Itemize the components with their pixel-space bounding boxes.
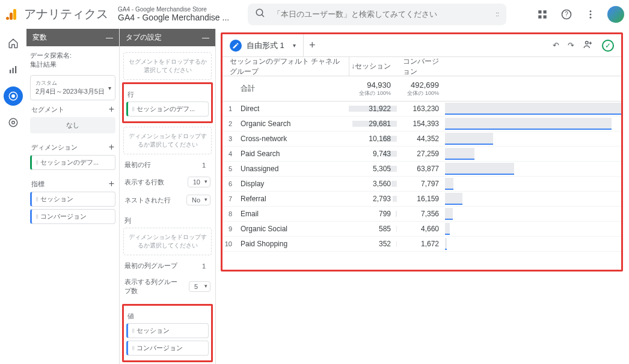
metric-conversion-chip[interactable]: ⁞⁞コンバージョン [30, 209, 115, 224]
start-col-value[interactable]: 1 [202, 262, 210, 270]
row-index: 3 [222, 135, 236, 142]
row-conv-bar [445, 177, 621, 191]
row-conversions: 27,259 [397, 150, 445, 158]
help-icon[interactable]: ? [559, 7, 574, 22]
value-session-chip[interactable]: ⁞⁞セッション [126, 323, 209, 338]
svg-rect-14 [10, 70, 11, 73]
tab-menu-icon[interactable]: ▾ [289, 42, 299, 49]
date-range-value: 2月4日～2023年3月5日 [35, 87, 105, 96]
total-conversions: 492,699 全体の 100% [397, 80, 445, 97]
table-row[interactable]: 8 Email 799 7,356 [222, 207, 621, 222]
row-conv-bar [445, 102, 621, 116]
row-sessions: 29,681 [349, 120, 397, 128]
col-dimension-drop[interactable]: ディメンションをドロップするか選択してください [123, 228, 212, 255]
table-row[interactable]: 5 Unassigned 5,305 63,877 [222, 162, 621, 177]
rail-ads-icon[interactable] [4, 113, 23, 132]
row-index: 7 [222, 195, 236, 202]
redo-icon[interactable]: ↷ [568, 41, 574, 50]
drag-icon: ⁞⁞ [35, 159, 38, 166]
nested-select[interactable]: No [186, 195, 210, 205]
start-col-setting: 最初の列グループ 1 [123, 258, 212, 274]
search-box[interactable]: :: [248, 4, 506, 25]
add-tab-button[interactable]: + [303, 34, 321, 56]
date-range-selector[interactable]: カスタム 2月4日～2023年3月5日 ▾ [30, 75, 115, 100]
cols-label: 列 [124, 216, 210, 225]
sessions-header[interactable]: ↓セッション [349, 57, 397, 76]
show-cols-select[interactable]: 5 [189, 281, 210, 292]
table-row[interactable]: 2 Organic Search 29,681 154,393 [222, 117, 621, 132]
rows-label: 行 [127, 90, 207, 99]
show-rows-select[interactable]: 10 [188, 177, 210, 187]
row-sessions: 2,793 [349, 195, 397, 203]
svg-rect-6 [544, 10, 547, 13]
row-dimension-drop[interactable]: ディメンションをドロップするか選択してください [123, 127, 212, 154]
add-dimension-icon[interactable]: + [109, 142, 114, 153]
value-conversion-chip[interactable]: ⁞⁞コンバージョン [126, 341, 209, 356]
property-path: GA4 - Google Merchandise Store [118, 6, 238, 13]
collapse-icon[interactable]: — [202, 34, 209, 42]
avatar[interactable] [607, 6, 624, 23]
add-metric-icon[interactable]: + [109, 178, 114, 189]
ga-logo [5, 7, 19, 22]
rail-explore-icon[interactable] [4, 86, 23, 106]
row-sessions: 585 [349, 225, 397, 233]
dimension-chip[interactable]: ⁞⁞セッションのデフ... [30, 155, 115, 170]
row-conversions: 16,159 [397, 195, 445, 203]
row-dimension-chip[interactable]: ⁞⁞セッションのデフ... [126, 102, 209, 117]
apps-icon[interactable] [535, 7, 550, 22]
table-row[interactable]: 4 Paid Search 9,743 27,259 [222, 147, 621, 162]
svg-text:?: ? [565, 11, 568, 17]
table-row[interactable]: 10 Paid Shopping 352 1,672 [222, 237, 621, 252]
row-conversions: 7,356 [397, 210, 445, 218]
table-row[interactable]: 6 Display 3,560 7,797 [222, 177, 621, 192]
row-conversions: 1,672 [397, 240, 445, 248]
show-cols-setting: 表示する列グループ数 5 [123, 274, 212, 299]
row-conv-bar [445, 207, 621, 221]
segment-drop-zone[interactable]: セグメントをドロップするか選択してください [123, 52, 212, 80]
left-rail [0, 29, 26, 364]
total-row: 合計 94,930 全体の 100% 492,699 全体の 100% [222, 76, 621, 102]
start-row-value[interactable]: 1 [202, 162, 210, 169]
rail-reports-icon[interactable] [4, 60, 23, 79]
property-selector[interactable]: GA4 - Google Merchandise Store GA4 - Goo… [118, 6, 238, 22]
metric-label: 指標 [31, 180, 44, 189]
table-row[interactable]: 1 Direct 31,922 163,230 [222, 102, 621, 117]
drag-icon: ⁞⁞ [35, 196, 38, 202]
rail-home-icon[interactable] [4, 34, 23, 53]
explore-name-value[interactable]: 集計結果 [30, 60, 115, 69]
undo-icon[interactable]: ↶ [553, 41, 559, 50]
svg-point-13 [590, 16, 592, 18]
row-sessions: 5,305 [349, 165, 397, 173]
variables-title: 変数 [32, 32, 47, 43]
search-input[interactable] [273, 10, 488, 19]
row-sessions: 799 [349, 210, 397, 218]
show-cols-label: 表示する列グループ数 [124, 278, 179, 296]
row-conv-bar [445, 237, 621, 251]
segment-none[interactable]: なし [30, 117, 115, 133]
row-sessions: 3,560 [349, 180, 397, 188]
metric-session-chip[interactable]: ⁞⁞セッション [30, 192, 115, 207]
segment-section: セグメント + [31, 104, 114, 115]
share-icon[interactable] [583, 39, 594, 52]
row-conversions: 154,393 [397, 120, 445, 128]
more-icon[interactable] [583, 7, 598, 22]
canvas-area: 自由形式 1 ▾ + ↶ ↷ ✓ セッションのデフォルト チャネル グループ ↓… [216, 29, 629, 364]
custom-label: カスタム [35, 79, 57, 87]
add-segment-icon[interactable]: + [109, 104, 114, 115]
measure-icon[interactable]: :: [496, 11, 499, 17]
row-conv-bar [445, 222, 621, 236]
drag-icon: ⁞⁞ [132, 327, 134, 334]
tab-freeform[interactable]: 自由形式 1 ▾ [226, 37, 303, 54]
collapse-icon[interactable]: — [106, 34, 113, 42]
status-ok-icon[interactable]: ✓ [602, 40, 614, 52]
conversions-header[interactable]: コンバージョン [397, 56, 445, 77]
svg-point-18 [12, 95, 15, 98]
svg-point-12 [590, 13, 592, 15]
table-row[interactable]: 9 Organic Social 585 4,660 [222, 222, 621, 237]
table-row[interactable]: 3 Cross-network 10,168 44,352 [222, 132, 621, 147]
dim-header[interactable]: セッションのデフォルト チャネル グループ [222, 56, 349, 77]
table-row[interactable]: 7 Referral 2,793 16,159 [222, 192, 621, 207]
nested-rows-setting: ネストされた行 No [123, 191, 212, 209]
svg-rect-7 [538, 15, 541, 18]
row-index: 5 [222, 165, 236, 172]
